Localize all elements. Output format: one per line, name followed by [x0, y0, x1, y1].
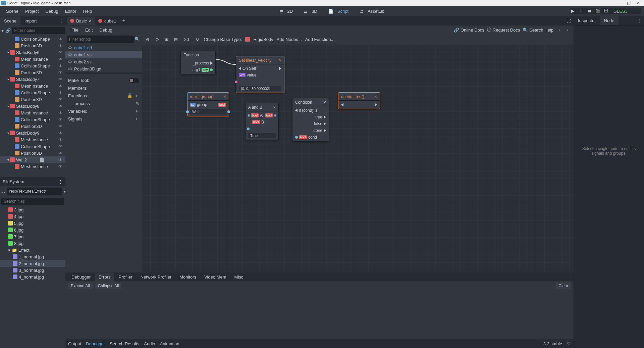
tab-node[interactable]: Node — [600, 16, 618, 25]
tree-item[interactable]: Position3D👁 — [0, 69, 65, 76]
zoom-reset-button[interactable]: ⊙ — [154, 36, 160, 42]
add-node-button[interactable]: + — [1, 27, 4, 34]
fs-item[interactable]: 6.jpg — [0, 227, 65, 233]
data-in-port[interactable] — [247, 128, 250, 130]
request-docs-button[interactable]: ⓘ Request Docs — [487, 27, 520, 33]
base-type-button[interactable]: RigidBody — [253, 37, 273, 42]
flow-out-port[interactable] — [375, 103, 377, 106]
tree-item[interactable]: CollisionShape👁 — [0, 116, 65, 123]
close-button[interactable]: ✕ — [637, 1, 640, 5]
data-in-port[interactable] — [186, 110, 189, 113]
expand-all-button[interactable]: Expand All — [68, 283, 93, 289]
close-node-icon[interactable]: × — [279, 58, 281, 63]
stop-button[interactable]: ⏹ — [587, 8, 593, 14]
tab-inspector[interactable]: Inspector — [574, 16, 600, 25]
fs-back-button[interactable]: ‹ — [1, 188, 3, 195]
tree-item[interactable]: Position3D👁 — [0, 96, 65, 103]
node-queue-free[interactable]: queue_free()× — [338, 92, 380, 109]
flow-out-port[interactable] — [279, 67, 281, 70]
fs-item[interactable]: 2_normal.jpg — [0, 260, 65, 267]
visual-script-canvas[interactable]: Function _process arg1any Set linear_vel… — [142, 44, 574, 272]
data-out-port[interactable] — [274, 114, 276, 117]
filter-nodes-input[interactable] — [12, 27, 67, 34]
fs-item[interactable]: ▾ 📁Effect — [0, 247, 65, 253]
flow-out-port[interactable] — [210, 61, 213, 65]
link-button[interactable]: 🔗 — [5, 27, 11, 34]
fs-item[interactable]: 4.jpg — [0, 213, 65, 220]
script-list[interactable]: ⚙cube1.gd⚙cube1.vs⚙cube2.vs⚙Position3D.g… — [65, 44, 142, 72]
zoom-out-button[interactable]: ⊖ — [145, 36, 151, 42]
menu-scene[interactable]: Scene — [3, 9, 22, 14]
tree-item[interactable]: Position3D👁 — [0, 123, 65, 130]
flow-out-port[interactable] — [324, 129, 326, 132]
variables-add-button[interactable]: + — [134, 109, 139, 114]
node-function[interactable]: Function _process arg1any — [180, 51, 216, 74]
script-item[interactable]: ⚙cube1.vs — [65, 51, 142, 58]
fs-item[interactable]: 4_normal.jpg — [0, 274, 65, 280]
search-help-button[interactable]: 🔍 Search Help — [523, 27, 553, 33]
btab-debugger[interactable]: Debugger — [68, 273, 94, 281]
btab-video-mem[interactable]: Video Mem — [201, 273, 230, 281]
nav-back-button[interactable]: ‹ — [556, 27, 563, 33]
close-node-icon[interactable]: × — [323, 100, 326, 105]
tree-item[interactable]: MeshInstance👁 — [0, 56, 65, 62]
flow-in-port[interactable] — [295, 109, 298, 112]
filter-scripts-input[interactable] — [67, 36, 134, 43]
status-search-results[interactable]: Search Results — [110, 341, 139, 346]
data-in-port[interactable] — [295, 136, 298, 139]
functions-add-button[interactable]: + — [134, 93, 139, 98]
tree-item[interactable]: Position3D👁 — [0, 150, 65, 156]
tree-item[interactable]: MeshInstance👁 — [0, 83, 65, 89]
node-condition[interactable]: Condition× if (cond) is: true false done… — [292, 98, 329, 142]
tree-item[interactable]: MeshInstance👁 — [0, 109, 65, 116]
minimize-button[interactable]: — — [617, 1, 621, 5]
filesystem-menu-icon[interactable]: ⋮ — [58, 179, 63, 184]
tab-import[interactable]: Import — [20, 16, 41, 26]
status-debugger[interactable]: Debugger — [86, 341, 105, 346]
script-menu-debug[interactable]: Debug — [96, 28, 115, 33]
node-is-in-group[interactable]: is_in_group()× strgroupbool Wall — [187, 92, 229, 116]
snap-button[interactable]: ⊞ — [173, 36, 179, 42]
search-icon[interactable]: 🔍 — [134, 36, 141, 42]
dock-menu-icon[interactable]: ⋮ — [57, 18, 65, 23]
collapse-all-button[interactable]: Collapse All — [95, 283, 122, 289]
play-scene-button[interactable]: 🎬 — [595, 8, 601, 14]
btab-profiler[interactable]: Profiler — [115, 273, 136, 281]
data-in-port[interactable] — [248, 114, 250, 117]
heart-icon[interactable]: ♡ — [567, 341, 571, 346]
fs-item[interactable]: 8.jpg — [0, 240, 65, 247]
data-out-port[interactable] — [210, 68, 213, 71]
zoom-in-button[interactable]: ⊕ — [163, 36, 169, 42]
script-item[interactable]: ⚙cube2.vs — [65, 58, 142, 65]
fs-item[interactable]: 1_normal.jpg — [0, 253, 65, 260]
functions-override-button[interactable]: 🔓 — [126, 93, 134, 98]
btab-monitors[interactable]: Monitors — [176, 273, 200, 281]
status-animation[interactable]: Animation — [160, 341, 179, 346]
status-output[interactable]: Output — [68, 341, 81, 346]
menu-debug[interactable]: Debug — [42, 9, 61, 14]
node-set-linear-velocity[interactable]: Set linear_velocity× On Self vc3value (0… — [236, 56, 284, 93]
close-node-icon[interactable]: × — [223, 94, 226, 99]
vector-value[interactable]: (0, 0, -30.000002) — [239, 86, 281, 91]
tree-item[interactable]: ▾StaticBody9👁 — [0, 130, 65, 136]
menu-project[interactable]: Project — [22, 9, 42, 14]
dock-menu-icon[interactable]: ⋮ — [636, 18, 644, 23]
tree-item[interactable]: ▾StaticBody7👁 — [0, 76, 65, 83]
menu-editor[interactable]: Editor — [62, 9, 80, 14]
data-out-port[interactable] — [227, 110, 230, 113]
node-a-and-b[interactable]: A and B× boolAbool boolB True — [245, 103, 279, 140]
fs-item[interactable]: 7.jpg — [0, 233, 65, 240]
add-nodes-button[interactable]: Add Nodes... — [277, 37, 302, 42]
script-item[interactable]: ⚙cube1.gd — [65, 44, 142, 51]
btab-misc[interactable]: Misc — [231, 273, 247, 281]
workspace-assetlib[interactable]: 🗂 AssetLib — [357, 6, 390, 16]
workspace-script[interactable]: 📄 Script — [325, 6, 354, 16]
tree-item[interactable]: CollisionShape👁 — [0, 89, 65, 96]
scene-tree[interactable]: CollisionShape👁Position3D👁▾StaticBody6👁M… — [0, 36, 65, 177]
function-edit-icon[interactable]: ✎ — [136, 101, 139, 106]
distraction-free-button[interactable]: ⛶ — [564, 18, 574, 23]
script-menu-edit[interactable]: Edit — [82, 28, 96, 33]
workspace-2d[interactable]: ⬒ 2D — [277, 6, 299, 16]
close-tab-icon[interactable]: × — [89, 18, 92, 23]
maximize-button[interactable]: ▢ — [627, 1, 631, 5]
